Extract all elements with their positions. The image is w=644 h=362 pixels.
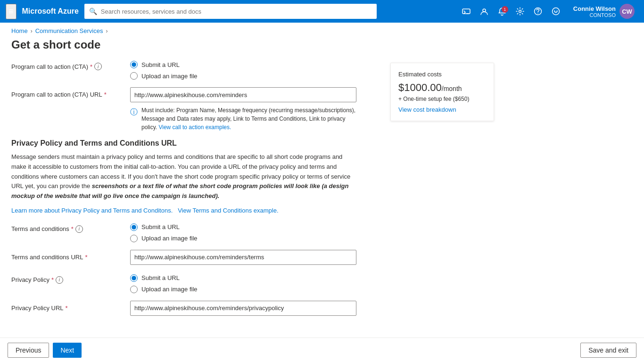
- svg-point-1: [483, 9, 486, 12]
- notification-badge: 1: [502, 6, 508, 13]
- privacy-policy-url-controls: [130, 301, 379, 316]
- directory-button[interactable]: [476, 4, 492, 18]
- program-cta-url-controls: ⓘ Must include: Program Name, Message fr…: [130, 87, 379, 132]
- terms-upload-image-option[interactable]: Upload an image file: [130, 235, 379, 242]
- terms-info-icon[interactable]: i: [75, 225, 83, 233]
- program-cta-radio-group: Submit a URL Upload an image file: [130, 59, 379, 80]
- view-cost-breakdown-link[interactable]: View cost breakdown: [398, 106, 486, 113]
- terms-upload-image-label: Upload an image file: [141, 235, 198, 242]
- main-content: Program call to action (CTA) * i Submit …: [0, 59, 644, 337]
- terms-submit-url-option[interactable]: Submit a URL: [130, 223, 379, 231]
- program-cta-submit-url-label: Submit a URL: [141, 61, 180, 68]
- privacy-submit-url-option[interactable]: Submit a URL: [130, 274, 379, 282]
- bottom-bar: Previous Next Save and exit: [0, 337, 644, 362]
- cost-setup-fee: + One-time setup fee ($650): [398, 96, 486, 102]
- user-org: CONTOSO: [573, 12, 616, 18]
- cloud-shell-button[interactable]: [458, 4, 474, 18]
- svg-point-5: [552, 8, 559, 15]
- terms-label: Terms and conditions * i: [11, 222, 124, 233]
- view-terms-example-link[interactable]: View Terms and Conditions example.: [178, 207, 278, 214]
- settings-button[interactable]: [512, 4, 528, 18]
- form-area: Program call to action (CTA) * i Submit …: [11, 59, 379, 337]
- top-navigation: ≡ Microsoft Azure 🔍 1 Connie Wilson CONT…: [0, 0, 644, 23]
- user-profile[interactable]: Connie Wilson CONTOSO CW: [570, 2, 638, 21]
- info-circle-icon: ⓘ: [130, 107, 138, 132]
- search-box: 🔍: [84, 4, 377, 19]
- program-cta-label: Program call to action (CTA) * i: [11, 59, 124, 70]
- terms-submit-url-label: Submit a URL: [141, 223, 180, 230]
- program-cta-controls: Submit a URL Upload an image file: [130, 59, 379, 80]
- privacy-upload-image-label: Upload an image file: [141, 286, 198, 293]
- program-cta-url-row: Program call to action (CTA) URL * ⓘ Mus…: [11, 87, 379, 132]
- terms-url-row: Terms and conditions URL *: [11, 250, 379, 265]
- avatar: CW: [619, 4, 635, 19]
- terms-submit-url-radio[interactable]: [130, 223, 138, 231]
- breadcrumb-home[interactable]: Home: [11, 27, 28, 34]
- terms-controls: Submit a URL Upload an image file: [130, 222, 379, 242]
- privacy-section-links: Learn more about Privacy Policy and Term…: [11, 207, 379, 214]
- cost-panel: Estimated costs $1000.00/month + One-tim…: [390, 63, 494, 121]
- notifications-button[interactable]: 1: [494, 4, 510, 18]
- privacy-policy-radio-group: Submit a URL Upload an image file: [130, 272, 379, 293]
- program-cta-info-icon[interactable]: i: [94, 63, 102, 70]
- svg-point-4: [537, 13, 538, 14]
- breadcrumb: Home › Communication Services ›: [0, 23, 644, 36]
- privacy-policy-label: Privacy Policy * i: [11, 272, 124, 284]
- save-and-exit-button[interactable]: Save and exit: [580, 343, 636, 358]
- privacy-policy-controls: Submit a URL Upload an image file: [130, 272, 379, 293]
- search-input[interactable]: [101, 8, 372, 15]
- svg-point-2: [519, 10, 521, 13]
- program-cta-upload-image-radio[interactable]: [130, 72, 138, 80]
- privacy-policy-url-row: Privacy Policy URL *: [11, 301, 379, 316]
- previous-button[interactable]: Previous: [8, 343, 49, 358]
- terms-radio-group: Submit a URL Upload an image file: [130, 222, 379, 242]
- cost-amount: $1000.00/month: [398, 82, 486, 94]
- user-name: Connie Wilson: [573, 5, 616, 12]
- hamburger-menu-button[interactable]: ≡: [6, 4, 17, 19]
- program-cta-url-label: Program call to action (CTA) URL *: [11, 87, 124, 98]
- program-cta-row: Program call to action (CTA) * i Submit …: [11, 59, 379, 80]
- svg-point-6: [554, 10, 555, 10]
- privacy-upload-image-radio[interactable]: [130, 286, 138, 293]
- feedback-button[interactable]: [548, 4, 564, 18]
- help-button[interactable]: [530, 4, 546, 18]
- page-title: Get a short code: [0, 36, 644, 59]
- privacy-section-desc: Message senders must maintain a privacy …: [11, 152, 355, 201]
- topnav-icon-group: 1: [458, 4, 564, 18]
- terms-upload-image-radio[interactable]: [130, 235, 138, 242]
- privacy-section-header: Privacy Policy and Terms and Conditions …: [11, 139, 379, 148]
- search-icon: 🔍: [89, 8, 97, 15]
- terms-url-label: Terms and conditions URL *: [11, 250, 124, 261]
- program-cta-url-infobox: ⓘ Must include: Program Name, Message fr…: [130, 106, 356, 132]
- app-title: Microsoft Azure: [22, 7, 79, 16]
- program-cta-upload-image-option[interactable]: Upload an image file: [130, 72, 379, 80]
- learn-more-privacy-link[interactable]: Learn more about Privacy Policy and Term…: [11, 207, 173, 214]
- program-cta-url-input[interactable]: [130, 87, 356, 102]
- program-cta-upload-image-label: Upload an image file: [141, 73, 198, 80]
- terms-url-controls: [130, 250, 379, 265]
- estimated-costs-label: Estimated costs: [398, 71, 486, 78]
- privacy-policy-url-input[interactable]: [130, 301, 356, 316]
- svg-rect-0: [462, 9, 470, 14]
- view-cta-examples-link[interactable]: View call to action examples.: [158, 124, 231, 131]
- privacy-submit-url-label: Submit a URL: [141, 274, 180, 281]
- terms-row: Terms and conditions * i Submit a URL Up…: [11, 222, 379, 242]
- privacy-submit-url-radio[interactable]: [130, 274, 138, 282]
- program-cta-submit-url-radio[interactable]: [130, 61, 138, 68]
- next-button[interactable]: Next: [53, 343, 82, 358]
- breadcrumb-communication-services[interactable]: Communication Services: [35, 27, 103, 34]
- privacy-policy-url-label: Privacy Policy URL *: [11, 301, 124, 312]
- breadcrumb-sep-1: ›: [31, 28, 33, 34]
- program-cta-submit-url-option[interactable]: Submit a URL: [130, 61, 379, 68]
- terms-url-input[interactable]: [130, 250, 356, 265]
- privacy-upload-image-option[interactable]: Upload an image file: [130, 286, 379, 293]
- breadcrumb-sep-2: ›: [106, 28, 107, 34]
- svg-point-7: [557, 10, 557, 10]
- privacy-policy-row: Privacy Policy * i Submit a URL Upload a…: [11, 272, 379, 293]
- privacy-policy-info-icon[interactable]: i: [56, 276, 63, 284]
